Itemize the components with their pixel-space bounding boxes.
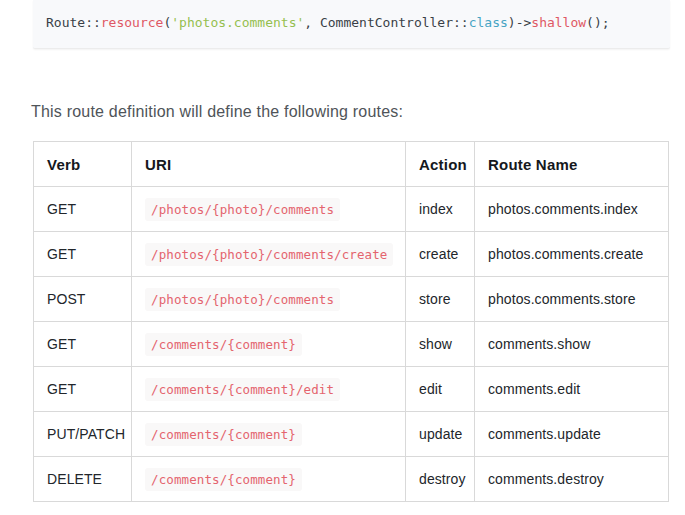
column-header-action: Action: [406, 142, 475, 187]
action-cell: index: [406, 187, 475, 232]
table-header-row: Verb URI Action Route Name: [34, 142, 669, 187]
uri-code: /comments/{comment}: [145, 333, 302, 356]
column-header-verb: Verb: [34, 142, 132, 187]
action-cell: create: [406, 232, 475, 277]
uri-code: /photos/{photo}/comments: [145, 198, 340, 221]
verb-cell: PUT/PATCH: [34, 412, 132, 457]
code-token: Route::: [46, 15, 101, 30]
code-token: class: [469, 15, 508, 30]
action-cell: edit: [406, 367, 475, 412]
route-name-cell: photos.comments.store: [475, 277, 669, 322]
uri-cell: /comments/{comment}: [132, 322, 406, 367]
route-name-cell: comments.destroy: [475, 457, 669, 502]
route-name-cell: photos.comments.index: [475, 187, 669, 232]
code-token: ();: [586, 15, 609, 30]
uri-cell: /comments/{comment}: [132, 412, 406, 457]
table-row: GET /photos/{photo}/comments/create crea…: [34, 232, 669, 277]
uri-cell: /photos/{photo}/comments/create: [132, 232, 406, 277]
action-cell: destroy: [406, 457, 475, 502]
verb-cell: GET: [34, 322, 132, 367]
code-snippet: Route::resource('photos.comments', Comme…: [46, 15, 656, 31]
column-header-route-name: Route Name: [475, 142, 669, 187]
verb-cell: GET: [34, 232, 132, 277]
code-block: Route::resource('photos.comments', Comme…: [33, 0, 670, 49]
column-header-uri: URI: [132, 142, 406, 187]
verb-cell: GET: [34, 367, 132, 412]
code-token: shallow: [531, 15, 586, 30]
verb-cell: POST: [34, 277, 132, 322]
routes-table: Verb URI Action Route Name GET /photos/{…: [33, 141, 669, 502]
route-name-cell: comments.edit: [475, 367, 669, 412]
route-name-cell: comments.update: [475, 412, 669, 457]
uri-code: /photos/{photo}/comments/create: [145, 243, 393, 266]
uri-code: /comments/{comment}: [145, 423, 302, 446]
verb-cell: GET: [34, 187, 132, 232]
code-token: , CommentController::: [304, 15, 468, 30]
action-cell: show: [406, 322, 475, 367]
code-token: 'photos.comments': [171, 15, 304, 30]
table-row: GET /comments/{comment}/edit edit commen…: [34, 367, 669, 412]
uri-cell: /comments/{comment}: [132, 457, 406, 502]
table-row: DELETE /comments/{comment} destroy comme…: [34, 457, 669, 502]
route-name-cell: comments.show: [475, 322, 669, 367]
action-cell: update: [406, 412, 475, 457]
route-name-cell: photos.comments.create: [475, 232, 669, 277]
uri-cell: /comments/{comment}/edit: [132, 367, 406, 412]
verb-cell: DELETE: [34, 457, 132, 502]
uri-code: /comments/{comment}/edit: [145, 378, 340, 401]
uri-cell: /photos/{photo}/comments: [132, 277, 406, 322]
code-token: )->: [508, 15, 531, 30]
action-cell: store: [406, 277, 475, 322]
uri-code: /photos/{photo}/comments: [145, 288, 340, 311]
table-row: PUT/PATCH /comments/{comment} update com…: [34, 412, 669, 457]
code-token: resource: [101, 15, 164, 30]
table-row: POST /photos/{photo}/comments store phot…: [34, 277, 669, 322]
intro-paragraph: This route definition will define the fo…: [31, 102, 403, 121]
uri-cell: /photos/{photo}/comments: [132, 187, 406, 232]
table-row: GET /photos/{photo}/comments index photo…: [34, 187, 669, 232]
uri-code: /comments/{comment}: [145, 468, 302, 491]
table-row: GET /comments/{comment} show comments.sh…: [34, 322, 669, 367]
